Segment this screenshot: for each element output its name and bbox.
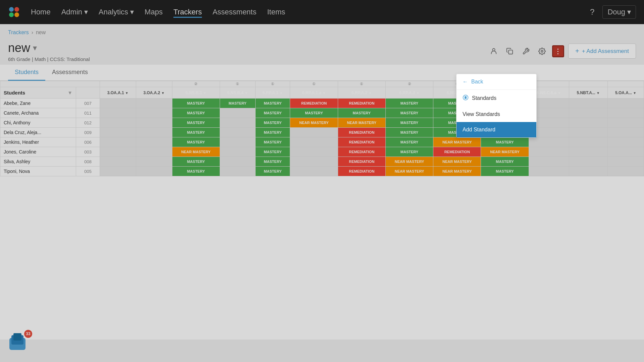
main-content: Trackers › new new ▾ 6th Grade | Math | … [0,24,644,362]
dropdown-view-standards[interactable]: View Standards [457,107,536,122]
dropdown-menu: ← Back Standards View Standards Add Stan… [456,74,537,138]
dropdown-back[interactable]: ← Back [457,74,536,89]
dropdown-add-standard[interactable]: Add Standard [457,122,536,137]
back-arrow-icon: ← [463,79,468,85]
dropdown-standards[interactable]: Standards [457,90,536,107]
dropdown-overlay [0,24,644,362]
standards-icon [463,95,469,102]
